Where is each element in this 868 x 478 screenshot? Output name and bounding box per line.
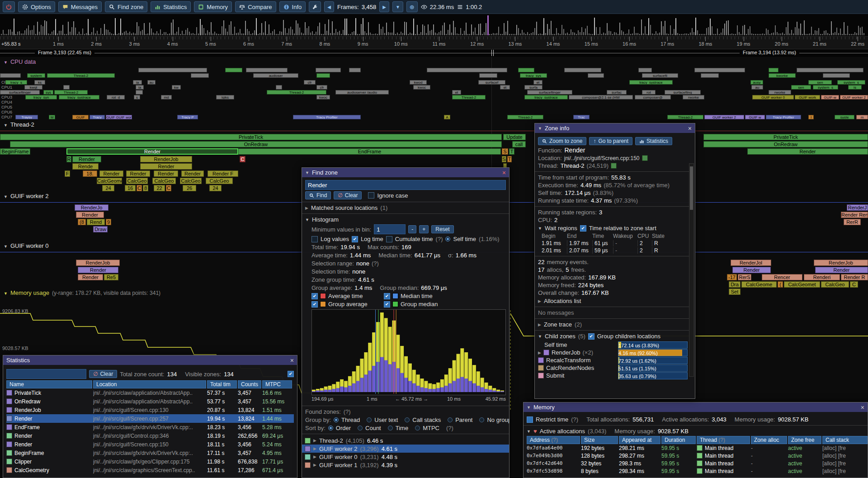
min-bin-input[interactable] <box>374 224 406 234</box>
cpu-zone[interactable] <box>694 68 745 72</box>
memory-button[interactable]: Memory <box>194 1 232 12</box>
radio-no-groupi[interactable] <box>479 417 484 422</box>
cpu-zone[interactable] <box>136 90 143 95</box>
column-header-address[interactable]: Address (?) <box>527 436 580 444</box>
cpu-zone[interactable]: sys <box>43 90 53 95</box>
cpu-zone[interactable]: sen <box>791 85 811 90</box>
cpu-zone[interactable]: tracy_sys <box>520 73 547 78</box>
timeline-zone[interactable]: OnRedraw <box>10 141 502 147</box>
scrollbar-thumb[interactable] <box>690 166 693 210</box>
active-allocations-toggle[interactable]: ▼ ♥ Active allocations (3,043) Memory us… <box>527 428 864 435</box>
radio-time[interactable] <box>388 426 393 431</box>
go-to-parent-button[interactable]: ↑Go to parent <box>589 137 632 145</box>
table-row[interactable]: 0x7dfc53d8988 bytes298.34 ms59.95 sMain … <box>527 467 864 475</box>
timeline-zone[interactable]: RenderJob <box>814 260 868 266</box>
cpu-zone[interactable]: ks <box>34 80 45 85</box>
timeline-zone[interactable]: RenderJ <box>847 204 868 211</box>
timeline-zone[interactable]: Draw <box>93 226 108 232</box>
legend-item[interactable]: Group median <box>384 301 456 308</box>
cpu-zone[interactable]: system_s <box>813 85 838 90</box>
table-row[interactable]: Clipperjni/../jni/src/claw/gfx/geo/Clipp… <box>6 457 294 466</box>
cpu-zone[interactable]: rot_d <box>107 95 125 99</box>
timeline-zone[interactable]: PrivateTick <box>703 134 868 140</box>
group-children-checkbox[interactable] <box>588 333 594 340</box>
legend-item[interactable]: Average time <box>311 293 384 299</box>
timeline-zone[interactable]: Update <box>503 134 526 140</box>
timeline-zone[interactable]: Render <box>66 148 238 155</box>
timeline-zone[interactable]: C <box>240 156 245 162</box>
cpu-zone[interactable]: composer@ <box>635 95 671 99</box>
help-icon[interactable]: (?) <box>571 416 578 423</box>
cpu-zone[interactable]: Thread-2 <box>507 115 543 119</box>
cpu-zone[interactable]: sen <box>808 80 832 85</box>
help-icon[interactable]: (?) <box>436 236 443 242</box>
cpu-zone[interactable]: GUIF GUIF wor <box>106 115 132 119</box>
cpu-zone[interactable] <box>769 68 778 72</box>
time-ruler[interactable]: +55.83 s 1 ms2 ms3 ms4 ms5 ms6 ms7 ms8 m… <box>0 37 868 49</box>
cpu-zone[interactable]: audioserver /audio <box>335 90 389 95</box>
find-zone-titlebar[interactable]: ▼ Find zone × <box>302 168 509 177</box>
child-zone-row[interactable]: Submit35.63 us (0.79%) <box>538 372 688 379</box>
compare-button[interactable]: Compare <box>235 1 276 12</box>
cpu-zone[interactable]: I <box>808 115 814 119</box>
frame-3193-label[interactable]: Frame 3,193 (22.45 ms) <box>35 50 94 55</box>
cpu-zone[interactable]: tracy_systrace <box>59 95 99 99</box>
table-row[interactable]: Renderjni/../jni/src/guif/Screen.cpp:150… <box>6 440 294 449</box>
wait-regions-toggle[interactable]: ▼ Wait regions Time relative to zone sta… <box>538 225 688 232</box>
child-zone-row[interactable]: CalcRenderNodes51.51 us (1.15%) <box>538 364 688 372</box>
cpu-zone[interactable]: kw <box>172 85 181 90</box>
column-header-size[interactable]: Size <box>581 436 618 444</box>
timeline-zone[interactable]: CalcGeomet <box>784 281 820 288</box>
timeline-zone[interactable]: CalcGeo <box>821 281 849 288</box>
cpu-zone[interactable]: audioser <box>253 73 298 78</box>
memory-titlebar[interactable]: ▼ Memory × <box>524 402 868 412</box>
close-icon[interactable]: × <box>502 169 506 176</box>
column-header-total-tim[interactable]: Total tim <box>207 380 237 388</box>
timeline-zone[interactable]: Render <box>78 274 103 280</box>
timeline-zone[interactable]: 24 <box>102 185 114 191</box>
column-header-call-stack[interactable]: Call stack <box>822 436 868 444</box>
cpu-zone[interactable]: ia <box>136 85 144 90</box>
cpu-zone[interactable]: Tracy <box>90 115 105 119</box>
cpu-zone[interactable]: system <box>27 73 45 78</box>
timeline-zone[interactable]: 26 <box>183 185 196 191</box>
timeline-zone[interactable]: CalcGeo <box>206 178 233 184</box>
cpu-zone[interactable]: GUIF worker 0 <box>752 95 794 99</box>
column-header-name[interactable]: Name <box>6 380 92 388</box>
column-header-counts[interactable]: Counts <box>238 380 261 388</box>
cpu-zone[interactable]: kwod <box>410 80 427 85</box>
stats-option-checkbox[interactable] <box>288 371 294 377</box>
table-row[interactable]: 0x7e049b3d00128 bytes298.27 ms59.95 sMai… <box>527 452 864 459</box>
cpu-zone[interactable] <box>316 68 341 72</box>
timeline-zone[interactable]: Render <box>732 267 771 273</box>
timeline-zone[interactable]: Render <box>72 156 101 162</box>
timeline-zone[interactable]: 22 <box>154 185 165 191</box>
statistics-titlebar[interactable]: Statistics × <box>3 355 297 365</box>
cpu-zone[interactable]: lgiks <box>216 95 234 99</box>
timeline-zone[interactable]: C <box>137 185 142 191</box>
histogram-toggle[interactable]: ▼ Histogram <box>305 216 506 223</box>
timeline-zone[interactable]: F <box>65 170 70 177</box>
cpu-zone[interactable] <box>276 85 282 90</box>
cpu-zone[interactable]: GUIF worker 2 <box>704 115 744 119</box>
cpu-zone[interactable]: composer@2.1-se (HW <box>569 95 633 99</box>
cpu-zone[interactable]: Tracy Profiler <box>766 115 801 119</box>
cpu-zone[interactable]: surfac <box>607 90 627 95</box>
timeline-zone[interactable]: C <box>166 185 171 191</box>
table-row[interactable]: EndFramejni/../jni/src/claw/gfx/drv/vk/D… <box>6 423 294 431</box>
radio-user-text[interactable] <box>367 417 372 422</box>
column-header-thread[interactable]: Thread (?) <box>697 436 750 444</box>
radio-thread[interactable] <box>334 417 339 422</box>
allocations-list-toggle[interactable]: ▶Allocations list <box>538 298 688 304</box>
timeline-zone[interactable]: PrivateTick <box>0 134 502 140</box>
cpu-zone[interactable]: au <box>751 85 763 90</box>
scrollbar[interactable] <box>689 163 694 377</box>
column-header-appeared-at[interactable]: Appeared at <box>619 436 660 444</box>
timeline-zone[interactable]: 24 <box>209 185 222 191</box>
cpu-zone[interactable]: GUIF-w <box>821 95 839 99</box>
timeline-zone[interactable]: T <box>507 156 512 162</box>
cpu-zone[interactable]: M <box>49 115 55 119</box>
zoom-to-frame-button[interactable]: ⊕ <box>406 1 418 12</box>
timeline-zone[interactable]: 16 <box>125 185 136 191</box>
timeline-zone[interactable]: RerR <box>844 219 861 225</box>
